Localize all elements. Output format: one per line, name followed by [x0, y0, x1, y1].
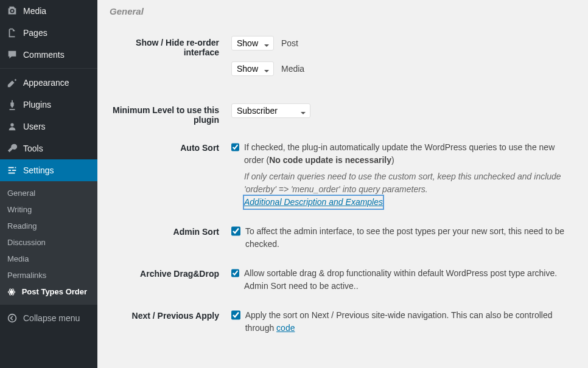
menu-item-comments[interactable]: Comments — [0, 44, 97, 66]
auto-sort-description: If checked, the plug-in automatically up… — [244, 141, 576, 209]
checkbox-auto-sort[interactable] — [231, 142, 239, 152]
submenu-media[interactable]: Media — [0, 251, 97, 267]
auto-sort-note: If only certain queries need to use the … — [244, 170, 576, 196]
menu-item-settings[interactable]: Settings — [0, 159, 97, 181]
select-min-level[interactable]: Subscriber — [231, 103, 310, 118]
svg-rect-2 — [9, 170, 12, 171]
text: ) — [391, 155, 394, 165]
checkbox-archive-dnd[interactable] — [231, 268, 239, 278]
svg-rect-3 — [12, 170, 16, 171]
media-icon — [6, 5, 18, 17]
svg-point-9 — [9, 314, 16, 322]
svg-point-5 — [11, 291, 13, 293]
main-content: General Show / Hide re-order interface S… — [97, 0, 588, 368]
archive-dnd-description: Allow sortable drag & drop functionality… — [244, 267, 576, 293]
menu-label: Users — [23, 122, 46, 131]
menu-item-tools[interactable]: Tools — [0, 137, 97, 159]
menu-label: Media — [23, 6, 46, 16]
atom-icon — [7, 288, 17, 297]
appearance-icon — [6, 77, 18, 89]
post-type-label: Post — [281, 37, 298, 50]
field-label-min-level: Minimum Level to use this plugin — [110, 96, 231, 134]
pages-icon — [6, 27, 18, 39]
collapse-menu[interactable]: Collapse menu — [0, 307, 97, 329]
menu-item-users[interactable]: Users — [0, 116, 97, 137]
collapse-label: Collapse menu — [23, 313, 80, 323]
checkbox-next-prev[interactable] — [231, 310, 240, 320]
code-link[interactable]: code — [276, 323, 295, 333]
menu-label: Tools — [23, 144, 43, 153]
submenu-reading[interactable]: Reading — [0, 218, 97, 234]
settings-icon — [6, 164, 18, 176]
next-prev-description: Apply the sort on Next / Previous site-w… — [245, 309, 576, 335]
post-type-label: Media — [281, 63, 304, 75]
select-show-hide-media[interactable]: Show — [231, 61, 274, 76]
field-label-auto-sort: Auto Sort — [110, 134, 231, 218]
field-label-admin-sort: Admin Sort — [110, 218, 231, 260]
menu-label: Pages — [23, 28, 47, 38]
svg-rect-1 — [15, 167, 16, 168]
menu-label: Settings — [23, 165, 54, 175]
menu-item-media[interactable]: Media — [0, 0, 97, 22]
submenu-discussion[interactable]: Discussion — [0, 234, 97, 251]
menu-label: Plugins — [23, 100, 51, 109]
section-title: General — [110, 6, 576, 16]
menu-item-appearance[interactable]: Appearance — [0, 72, 97, 94]
submenu-permalinks[interactable]: Permalinks — [0, 267, 97, 283]
field-label-next-prev: Next / Previous Apply — [110, 302, 231, 344]
field-label-archive-dnd: Archive Drag&Drop — [110, 260, 231, 302]
submenu-writing[interactable]: Writing — [0, 201, 97, 218]
menu-separator — [0, 66, 97, 69]
collapse-icon — [6, 312, 18, 324]
admin-sidebar: Media Pages Comments Appearance Plugins … — [0, 0, 97, 368]
auto-sort-link[interactable]: Additional Description and Examples — [244, 196, 383, 209]
svg-rect-0 — [9, 167, 14, 168]
svg-rect-4 — [9, 173, 15, 174]
comments-icon — [6, 49, 18, 61]
submenu-general[interactable]: General — [0, 185, 97, 201]
menu-item-plugins[interactable]: Plugins — [0, 94, 97, 116]
submenu-label: Post Types Order — [22, 287, 87, 296]
menu-label: Comments — [23, 50, 65, 60]
submenu-post-types-order[interactable]: Post Types Order — [0, 283, 97, 301]
tools-icon — [6, 142, 18, 154]
users-icon — [6, 120, 18, 133]
checkbox-admin-sort[interactable] — [231, 226, 240, 236]
field-label-show-hide: Show / Hide re-order interface — [110, 29, 231, 96]
select-show-hide-post[interactable]: Show — [231, 36, 274, 50]
settings-submenu: General Writing Reading Discussion Media… — [0, 181, 97, 305]
menu-item-pages[interactable]: Pages — [0, 22, 97, 44]
plugins-icon — [6, 99, 18, 111]
text-bold: No code update is necessarily — [269, 155, 391, 165]
admin-sort-description: To affect the admin interface, to see th… — [245, 225, 576, 251]
menu-label: Appearance — [23, 78, 69, 88]
settings-form-table: Show / Hide re-order interface Show Post… — [110, 29, 576, 344]
